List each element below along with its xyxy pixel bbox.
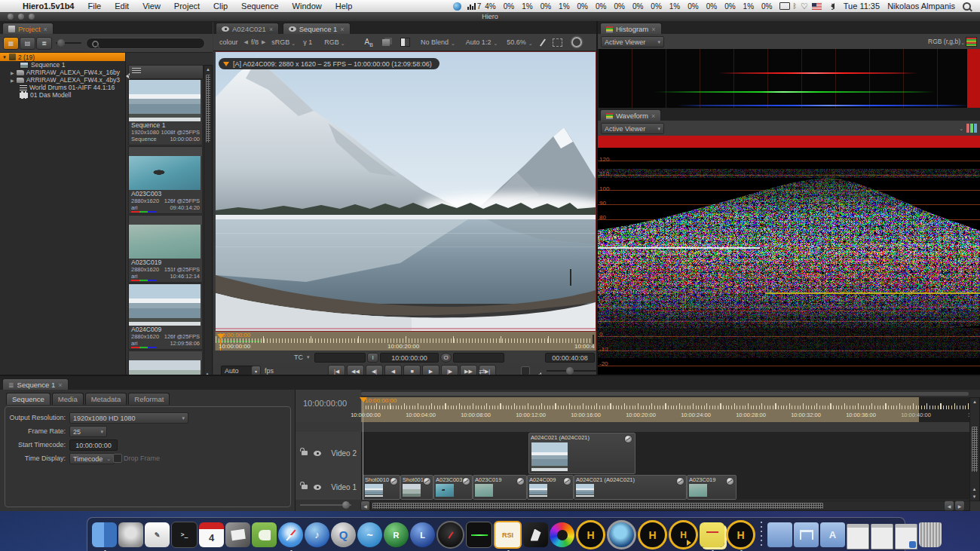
dock-nuke-icon[interactable] bbox=[607, 520, 636, 549]
dock-hiero-icon[interactable]: H bbox=[726, 520, 755, 549]
tab-project[interactable]: Project × bbox=[2, 23, 54, 35]
track-visibility-icon[interactable] bbox=[314, 451, 321, 456]
effects-globe-icon[interactable] bbox=[624, 435, 632, 443]
dock-folder-icon[interactable] bbox=[767, 522, 792, 547]
dock-terminal-icon[interactable]: >_ bbox=[171, 522, 198, 548]
cpu-meter-icon[interactable] bbox=[467, 3, 476, 10]
video1-track-header[interactable]: Video 1 bbox=[296, 474, 361, 500]
timeline-ruler[interactable]: 10:00:00:00 10:00:00:00 10:00:04:00 10:0… bbox=[361, 397, 980, 422]
menubar-clock[interactable]: Tue 11:35 bbox=[844, 2, 880, 11]
dock-disk-utility-icon[interactable] bbox=[118, 522, 143, 547]
tc-mode-dropdown[interactable]: TC bbox=[294, 354, 303, 361]
waveform-parade-icon[interactable] bbox=[966, 124, 977, 133]
set-out-button[interactable]: O bbox=[440, 353, 452, 363]
lock-icon[interactable] bbox=[302, 451, 308, 455]
bin-clip-card[interactable]: A023C019 2880x1620151f @25FPS ari10:46:1… bbox=[128, 215, 203, 283]
proxy-dropdown[interactable]: Auto 1:2 bbox=[466, 38, 492, 46]
spotlight-icon[interactable] bbox=[963, 2, 971, 11]
expand-arrow-icon[interactable]: ▶ bbox=[11, 78, 14, 83]
dock-activity-monitor-icon[interactable] bbox=[466, 522, 492, 548]
tab-sequence1-panel[interactable]: ≣ Sequence 1 × bbox=[2, 378, 69, 390]
tab-viewer-a024c021[interactable]: A024C021 × bbox=[216, 23, 279, 35]
duration-field[interactable]: 00:00:40:08 bbox=[545, 353, 595, 363]
menu-window[interactable]: Window bbox=[292, 2, 322, 11]
colorspace-dropdown[interactable]: sRGB bbox=[271, 38, 289, 46]
gamma-value[interactable]: γ 1 bbox=[303, 38, 312, 46]
waveform-mode-caret-icon[interactable]: ⌄ bbox=[959, 126, 963, 132]
menubar-user[interactable]: Nikolaos Almpanis bbox=[887, 2, 955, 11]
dock-rsi-icon[interactable]: RSI bbox=[494, 521, 522, 549]
dock-library-folder-icon[interactable] bbox=[794, 522, 819, 547]
dock-photos-icon[interactable] bbox=[225, 522, 250, 547]
dock-calendar-icon[interactable]: 4 bbox=[199, 522, 224, 547]
list-view-button[interactable]: ≣ bbox=[36, 37, 52, 50]
close-icon[interactable]: × bbox=[44, 26, 47, 33]
gear-icon[interactable] bbox=[571, 37, 582, 47]
menu-view[interactable]: View bbox=[142, 2, 161, 11]
scroll-up-icon[interactable]: ▲ bbox=[204, 66, 212, 72]
timeline-clip[interactable]: Shot0011 bbox=[400, 475, 433, 500]
set-in-button[interactable]: I bbox=[367, 353, 378, 363]
dock-resolve-icon[interactable] bbox=[550, 522, 574, 547]
start-timecode-field[interactable]: 10:00:00:00 bbox=[69, 439, 118, 451]
histogram-mode-dropdown[interactable]: RGB (r,g,b) bbox=[928, 38, 960, 45]
timeline-h-scrollbar-thumb[interactable] bbox=[372, 502, 824, 510]
aperture-prev-icon[interactable]: ◀ bbox=[244, 39, 248, 45]
timeline-clip[interactable]: A024C009 bbox=[527, 475, 574, 500]
scroll-down-icon[interactable]: ▼ bbox=[971, 493, 978, 500]
scroll-left-button[interactable]: ◀ bbox=[360, 500, 370, 511]
in-point-field[interactable] bbox=[314, 353, 366, 363]
thumbnail-size-slider-knob[interactable] bbox=[57, 39, 65, 47]
video1-track-lane[interactable]: Shot0010 Shot0011 A023C003 A023C019 bbox=[361, 474, 969, 500]
dock-hiero-icon[interactable]: H bbox=[576, 520, 605, 549]
scroll-up-icon[interactable]: ▲ bbox=[971, 485, 978, 492]
close-icon[interactable]: × bbox=[58, 381, 62, 389]
sort-icon[interactable] bbox=[132, 68, 141, 75]
viewer-image[interactable]: [A] A024C009: 2880 x 1620 – 25 FPS – 10:… bbox=[215, 51, 596, 332]
tab-waveform[interactable]: Waveform × bbox=[600, 109, 661, 121]
subtab-media[interactable]: Media bbox=[52, 393, 84, 405]
dock-applications-folder-icon[interactable]: A bbox=[820, 522, 845, 547]
timeline-pan-bar[interactable] bbox=[361, 392, 969, 396]
dock-openoffice-icon[interactable]: ~ bbox=[357, 522, 382, 547]
dock-evernote-icon[interactable] bbox=[252, 522, 277, 547]
track-visibility-icon[interactable] bbox=[314, 485, 321, 490]
bin-clip-card[interactable]: A023C003 2880x1620126f @25FPS ari09:40:1… bbox=[128, 146, 203, 214]
timeline-v-scrollbar[interactable]: ▲ ▲ ▼ bbox=[969, 397, 980, 501]
expand-arrow-icon[interactable]: ▶ bbox=[11, 70, 14, 75]
guides-icon[interactable] bbox=[553, 38, 562, 47]
timeline-h-scrollbar[interactable] bbox=[370, 500, 970, 511]
bluetooth-icon[interactable]: ᛒ bbox=[793, 2, 797, 10]
ab-compare-icon[interactable]: AB bbox=[365, 38, 373, 47]
effects-globe-icon[interactable] bbox=[462, 477, 470, 485]
drop-frame-checkbox[interactable] bbox=[113, 454, 122, 463]
viewer-playhead-icon[interactable] bbox=[217, 334, 225, 343]
blend-dropdown[interactable]: No Blend bbox=[421, 38, 449, 46]
timeline-playhead-line[interactable] bbox=[363, 397, 363, 500]
dock-itunes-icon[interactable]: ♪ bbox=[305, 522, 329, 547]
dock-app-r-icon[interactable]: R bbox=[384, 522, 409, 547]
dock-finder-icon[interactable] bbox=[92, 522, 117, 547]
subtab-reformat[interactable]: Reformat bbox=[128, 393, 170, 405]
video2-track-lane[interactable]: A024C021 (A024C021) bbox=[361, 432, 969, 475]
effects-globe-icon[interactable] bbox=[390, 477, 398, 485]
dock-window-thumbnail[interactable] bbox=[895, 524, 917, 549]
zoom-dropdown[interactable]: 50.6% bbox=[507, 38, 526, 46]
histogram-source-dropdown[interactable]: Active Viewer▾ bbox=[601, 36, 664, 47]
channels-dropdown[interactable]: RGB bbox=[324, 38, 339, 46]
tab-viewer-sequence1[interactable]: Sequence 1 × bbox=[283, 23, 351, 35]
dock-safari-icon[interactable] bbox=[278, 522, 303, 547]
aperture-value[interactable]: f/8 bbox=[251, 38, 259, 46]
subtab-metadata[interactable]: Metadata bbox=[85, 393, 127, 405]
page-left-button[interactable]: ◀ bbox=[944, 500, 954, 511]
tc-mode-caret-icon[interactable]: ▾ bbox=[307, 354, 310, 360]
timeline-clip[interactable]: A023C019 bbox=[473, 475, 527, 500]
timeline-clip[interactable]: A024C021 (A024C021) bbox=[528, 433, 635, 474]
timeline-clip[interactable]: Shot0010 bbox=[363, 475, 400, 500]
dock-hieroplayer-icon[interactable]: H bbox=[669, 520, 698, 549]
dock-stickies-icon[interactable] bbox=[700, 522, 724, 547]
menu-file[interactable]: File bbox=[87, 2, 101, 11]
viewer-timeline-ruler[interactable]: 10:00:00:00 10:00:00:00 10:00:20:00 10:0… bbox=[215, 331, 596, 350]
effects-globe-icon[interactable] bbox=[563, 477, 571, 485]
bin-scrollbar-thumb[interactable] bbox=[205, 74, 211, 143]
